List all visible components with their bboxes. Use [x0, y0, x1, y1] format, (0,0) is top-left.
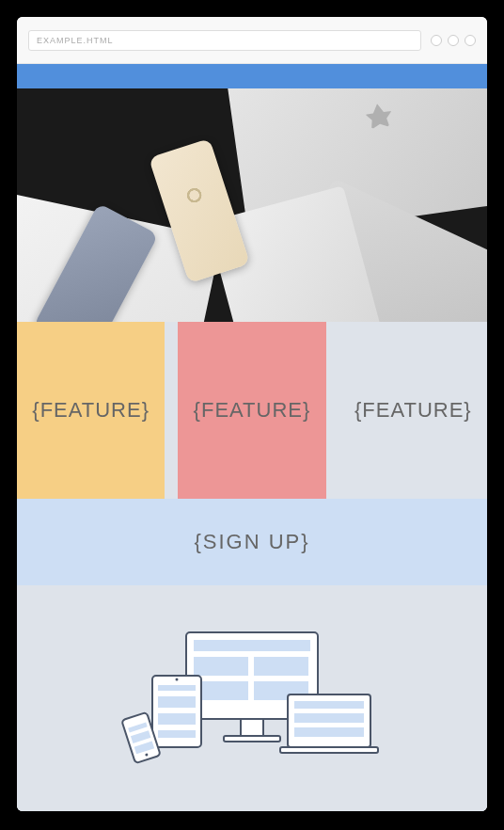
svg-point-18 — [176, 678, 179, 681]
window-maximize-button[interactable] — [448, 35, 459, 46]
svg-rect-15 — [158, 696, 196, 708]
window-minimize-button[interactable] — [431, 35, 442, 46]
page-header-bar — [17, 64, 487, 88]
features-row: {FEATURE} {FEATURE} {FEATURE} — [17, 322, 487, 499]
window-close-button[interactable] — [465, 35, 476, 46]
devices-icon — [111, 614, 393, 783]
url-bar[interactable] — [28, 30, 421, 51]
feature-gap — [326, 322, 339, 499]
svg-rect-7 — [224, 736, 280, 742]
svg-rect-1 — [194, 640, 310, 651]
svg-rect-16 — [158, 713, 196, 725]
svg-rect-11 — [294, 727, 364, 737]
feature-card-3[interactable]: {FEATURE} — [339, 322, 487, 499]
browser-chrome — [17, 17, 487, 64]
feature-card-2[interactable]: {FEATURE} — [178, 322, 325, 499]
svg-rect-14 — [158, 685, 196, 691]
feature-label: {FEATURE} — [32, 398, 150, 423]
signup-label: {SIGN UP} — [194, 530, 309, 554]
svg-rect-17 — [158, 730, 196, 738]
svg-rect-9 — [294, 701, 364, 709]
svg-rect-3 — [254, 657, 308, 676]
page-viewport: {FEATURE} {FEATURE} {FEATURE} {SIGN UP} — [17, 64, 487, 811]
hero-image — [17, 88, 487, 322]
feature-gap — [165, 322, 178, 499]
svg-rect-2 — [194, 657, 248, 676]
signup-button[interactable]: {SIGN UP} — [17, 499, 487, 585]
browser-window: {FEATURE} {FEATURE} {FEATURE} {SIGN UP} — [17, 17, 487, 811]
feature-label: {FEATURE} — [354, 398, 472, 423]
window-controls — [431, 35, 476, 46]
svg-rect-6 — [241, 719, 263, 736]
svg-rect-10 — [294, 713, 364, 723]
svg-rect-12 — [280, 747, 378, 753]
feature-label: {FEATURE} — [194, 398, 311, 423]
feature-card-1[interactable]: {FEATURE} — [17, 322, 165, 499]
devices-illustration — [17, 585, 487, 811]
